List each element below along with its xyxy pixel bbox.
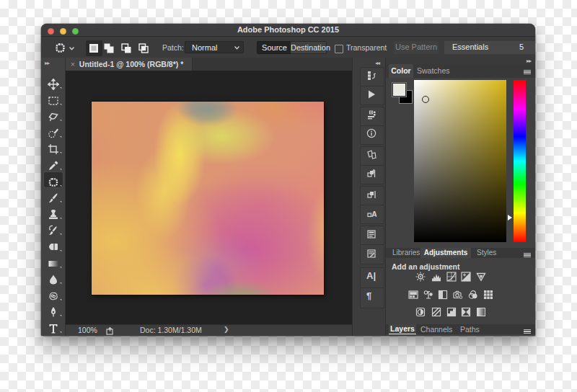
svg-text:A: A <box>371 210 376 218</box>
